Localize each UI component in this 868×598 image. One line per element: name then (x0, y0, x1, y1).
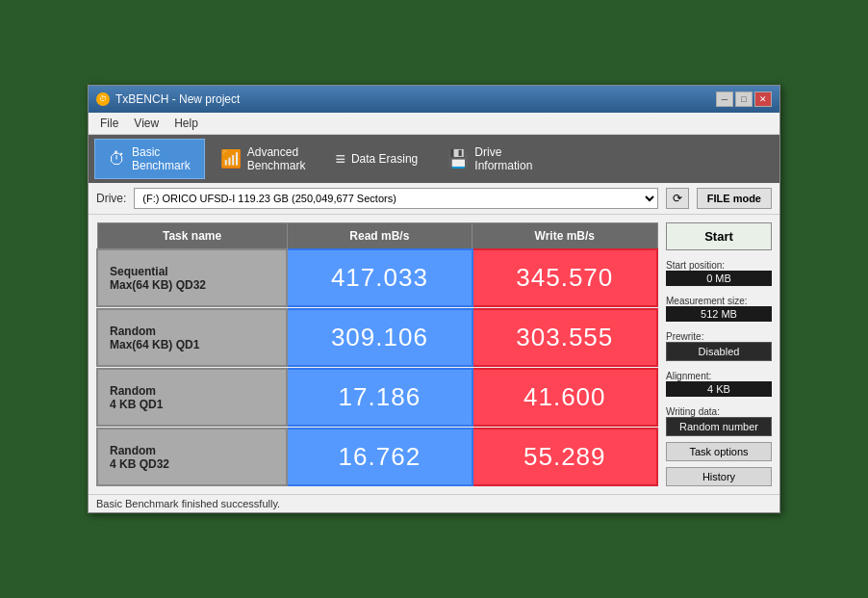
measurement-size-value: 512 MB (666, 306, 772, 322)
task-options-button[interactable]: Task options (666, 442, 772, 461)
read-random-4kb-qd32: 16.762 (287, 429, 472, 485)
title-bar-controls: ─ □ ✕ (716, 91, 772, 107)
col-task-name: Task name (97, 223, 287, 250)
writing-data-label: Writing data: (666, 406, 772, 417)
toolbar-data-erasing[interactable]: ≡ Data Erasing (320, 139, 432, 180)
write-random-4kb-qd32: 55.289 (472, 429, 657, 485)
read-random-4kb-qd1: 17.186 (287, 369, 472, 426)
prewrite-value[interactable]: Disabled (666, 342, 772, 361)
write-random-4kb-qd1: 41.600 (472, 369, 657, 426)
drive-info-label: DriveInformation (474, 145, 532, 173)
read-random-64kb-qd1: 309.106 (287, 309, 472, 366)
measurement-size-label: Measurement size: (666, 296, 772, 306)
menu-help[interactable]: Help (166, 115, 206, 132)
task-random-64kb-qd1: RandomMax(64 KB) QD1 (97, 309, 287, 366)
main-window: ⏱ TxBENCH - New project ─ □ ✕ File View … (88, 85, 780, 514)
advanced-benchmark-label: AdvancedBenchmark (247, 145, 306, 173)
basic-benchmark-icon: ⏱ (109, 149, 126, 169)
basic-benchmark-label: BasicBenchmark (132, 145, 191, 173)
menu-file[interactable]: File (92, 115, 126, 132)
main-content: Task name Read mB/s Write mB/s Sequentia… (89, 215, 779, 494)
task-sequential-qd32: SequentialMax(64 KB) QD32 (97, 249, 287, 306)
table-row: SequentialMax(64 KB) QD32 417.033 345.57… (97, 249, 657, 306)
task-random-4kb-qd32: Random4 KB QD32 (97, 429, 287, 485)
col-write: Write mB/s (472, 223, 657, 250)
maximize-button[interactable]: □ (735, 91, 753, 107)
drive-label: Drive: (96, 192, 126, 205)
toolbar-advanced-benchmark[interactable]: 📶 AdvancedBenchmark (206, 139, 320, 180)
status-message: Basic Benchmark finished successfully. (96, 498, 280, 509)
start-position-value: 0 MB (666, 271, 772, 286)
task-random-4kb-qd1: Random4 KB QD1 (97, 369, 287, 426)
data-erasing-icon: ≡ (335, 149, 345, 169)
start-position-label: Start position: (666, 260, 772, 271)
menu-bar: File View Help (89, 113, 779, 135)
start-button[interactable]: Start (666, 222, 772, 250)
history-section: History (666, 467, 772, 486)
menu-view[interactable]: View (126, 115, 166, 132)
sidebar: Start Start position: 0 MB Measurement s… (666, 222, 772, 486)
table-row: Random4 KB QD1 17.186 41.600 (97, 369, 657, 426)
toolbar: ⏱ BasicBenchmark 📶 AdvancedBenchmark ≡ D… (89, 135, 779, 184)
read-sequential-qd32: 417.033 (287, 249, 472, 306)
writing-data-section: Writing data: Random number (666, 403, 772, 436)
task-options-section: Task options (666, 442, 772, 461)
title-bar: ⏱ TxBENCH - New project ─ □ ✕ (89, 86, 779, 113)
history-button[interactable]: History (666, 467, 772, 486)
status-bar: Basic Benchmark finished successfully. (89, 494, 779, 512)
col-read: Read mB/s (287, 223, 472, 250)
drive-row: Drive: (F:) ORICO UFSD-I 119.23 GB (250,… (89, 183, 779, 215)
table-row: Random4 KB QD32 16.762 55.289 (97, 429, 657, 485)
file-mode-button[interactable]: FILE mode (697, 188, 772, 209)
start-position-section: Start position: 0 MB (666, 256, 772, 286)
data-erasing-label: Data Erasing (351, 152, 418, 166)
alignment-value: 4 KB (666, 381, 772, 397)
title-bar-left: ⏱ TxBENCH - New project (96, 92, 240, 106)
writing-data-value[interactable]: Random number (666, 417, 772, 436)
prewrite-label: Prewrite: (666, 331, 772, 342)
drive-refresh-button[interactable]: ⟳ (666, 188, 689, 209)
table-row: RandomMax(64 KB) QD1 309.106 303.555 (97, 309, 657, 366)
close-button[interactable]: ✕ (754, 91, 772, 107)
app-icon: ⏱ (96, 92, 110, 106)
alignment-section: Alignment: 4 KB (666, 367, 772, 397)
minimize-button[interactable]: ─ (716, 91, 733, 107)
write-random-64kb-qd1: 303.555 (472, 309, 657, 366)
drive-info-icon: 💾 (447, 148, 469, 169)
prewrite-section: Prewrite: Disabled (666, 327, 772, 361)
write-sequential-qd32: 345.570 (472, 249, 657, 306)
toolbar-basic-benchmark[interactable]: ⏱ BasicBenchmark (94, 139, 205, 180)
drive-select[interactable]: (F:) ORICO UFSD-I 119.23 GB (250,049,677… (134, 188, 657, 209)
measurement-size-section: Measurement size: 512 MB (666, 292, 772, 322)
advanced-benchmark-icon: 📶 (220, 148, 242, 169)
alignment-label: Alignment: (666, 371, 772, 381)
toolbar-drive-info[interactable]: 💾 DriveInformation (433, 139, 547, 180)
benchmark-table: Task name Read mB/s Write mB/s Sequentia… (96, 222, 658, 486)
window-title: TxBENCH - New project (115, 92, 240, 106)
